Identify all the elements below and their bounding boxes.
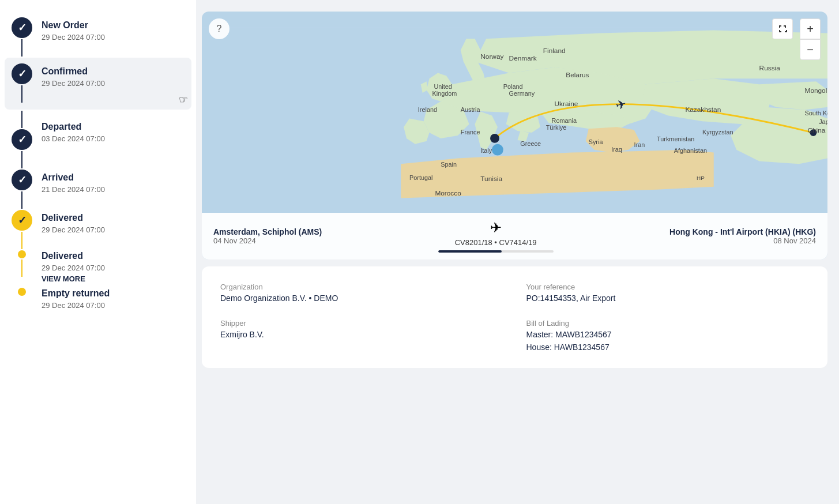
svg-text:South Korea: South Korea (805, 110, 827, 116)
delivered-sub-dot (18, 250, 26, 258)
confirmed-date: 29 Dec 2024 07:00 (42, 79, 185, 88)
svg-text:United: United (434, 83, 452, 90)
new-order-date: 29 Dec 2024 07:00 (42, 33, 185, 42)
svg-text:Kingdom: Kingdom (432, 90, 457, 97)
origin-date: 04 Nov 2024 (213, 236, 322, 245)
svg-text:Türkiye: Türkiye (546, 124, 567, 131)
svg-text:Norway: Norway (480, 52, 503, 61)
flight-center-icon: ✈ (490, 220, 502, 236)
departed-title: Departed (42, 121, 185, 133)
svg-text:Kazakhstan: Kazakhstan (685, 106, 721, 114)
svg-text:Iraq: Iraq (611, 146, 622, 153)
delivered-main-icon: ✓ (12, 210, 32, 231)
view-more-link[interactable]: VIEW MORE (42, 274, 185, 283)
help-icon: ? (217, 24, 222, 34)
svg-text:Syria: Syria (589, 138, 604, 145)
shipper-value: Exmijro B.V. (220, 330, 503, 339)
confirmed-icon: ✓ (12, 63, 32, 84)
svg-text:Turkmenistan: Turkmenistan (657, 136, 694, 142)
svg-text:Portugal: Portugal (409, 174, 432, 181)
origin-info: Amsterdam, Schiphol (AMS) 04 Nov 2024 (213, 227, 322, 245)
bill-of-lading-group: Bill of Lading Master: MAWB1234567 House… (526, 319, 810, 352)
shipper-label: Shipper (220, 319, 503, 328)
empty-returned-title: Empty returned (42, 288, 185, 300)
svg-point-3 (492, 144, 503, 156)
empty-returned-dot (18, 288, 26, 296)
bill-of-lading-house: House: HAWB1234567 (526, 343, 810, 352)
flight-progress-fill (438, 250, 502, 253)
your-reference-label: Your reference (526, 283, 810, 291)
map-zoom-controls: + − (800, 18, 821, 60)
svg-text:Japa: Japa (819, 118, 827, 125)
arrived-title: Arrived (42, 172, 185, 184)
svg-text:Russia: Russia (759, 64, 781, 72)
bill-of-lading-label: Bill of Lading (526, 319, 810, 328)
map-container: ✈ Norway Finland Belarus Russia Ukraine … (202, 12, 827, 259)
map-help-button[interactable]: ? (209, 18, 229, 39)
svg-text:Iran: Iran (634, 141, 645, 148)
svg-text:Ireland: Ireland (418, 106, 437, 113)
departed-icon: ✓ (12, 129, 32, 150)
zoom-in-button[interactable]: + (800, 18, 821, 39)
svg-text:Greece: Greece (520, 140, 541, 147)
svg-text:HP: HP (697, 175, 705, 181)
svg-text:Afghanistan: Afghanistan (674, 147, 707, 154)
expand-icon (778, 24, 787, 33)
your-reference-value: PO:14154353, Air Export (526, 294, 810, 303)
map-expand-button[interactable] (772, 18, 793, 39)
organization-group: Organization Demo Organization B.V. • DE… (220, 283, 503, 303)
delivered-sub-date: 29 Dec 2024 07:00 (42, 264, 185, 272)
zoom-out-button[interactable]: − (800, 39, 821, 60)
right-panel: ✈ Norway Finland Belarus Russia Ukraine … (196, 0, 839, 504)
confirmed-item[interactable]: ✓ Confirmed 29 Dec 2024 07:00 ☞ (5, 58, 191, 110)
arrived-icon: ✓ (12, 170, 32, 190)
svg-text:Ukraine: Ukraine (555, 100, 578, 108)
empty-returned-date: 29 Dec 2024 07:00 (42, 301, 185, 310)
departed-date: 03 Dec 2024 07:00 (42, 134, 185, 143)
destination-info: Hong Kong - Int'l Airport (HKIA) (HKG) 0… (669, 227, 816, 245)
origin-airport-name: Amsterdam, Schiphol (AMS) (213, 227, 322, 236)
dest-date: 08 Nov 2024 (669, 236, 816, 245)
svg-text:Finland: Finland (543, 47, 566, 55)
new-order-title: New Order (42, 20, 185, 32)
flight-progress-bar (438, 250, 554, 253)
confirmed-title: Confirmed (42, 66, 185, 78)
delivered-main-title: Delivered (42, 212, 185, 224)
timeline: ✓ New Order 29 Dec 2024 07:00 ✓ Confirme… (0, 12, 196, 315)
your-reference-group: Your reference PO:14154353, Air Export (526, 283, 810, 303)
new-order-icon: ✓ (12, 17, 32, 38)
svg-text:Italy: Italy (480, 147, 492, 154)
svg-text:Morocco: Morocco (435, 189, 461, 197)
organization-label: Organization (220, 283, 503, 291)
flight-codes: CV8201/18 • CV7414/19 (455, 238, 537, 247)
flight-info-center: ✈ CV8201/18 • CV7414/19 (322, 220, 669, 253)
bill-of-lading-master: Master: MAWB1234567 (526, 330, 810, 339)
svg-text:Kyrgyzstan: Kyrgyzstan (702, 129, 733, 136)
svg-text:Mongolia: Mongolia (805, 86, 827, 95)
svg-text:Denmark: Denmark (509, 54, 537, 62)
delivered-sub-title: Delivered (42, 250, 185, 262)
svg-text:Belarus: Belarus (566, 71, 589, 79)
shipper-group: Shipper Exmijro B.V. (220, 319, 503, 352)
svg-text:Spain: Spain (441, 161, 457, 168)
svg-point-2 (490, 134, 499, 143)
svg-text:Tunisia: Tunisia (480, 175, 502, 183)
svg-text:Romania: Romania (552, 117, 577, 124)
svg-text:Germany: Germany (509, 90, 535, 97)
dest-airport-name: Hong Kong - Int'l Airport (HKIA) (HKG) (669, 227, 816, 236)
delivered-main-date: 29 Dec 2024 07:00 (42, 225, 185, 234)
svg-text:France: France (461, 129, 480, 136)
details-section: Organization Demo Organization B.V. • DE… (202, 266, 827, 368)
organization-value: Demo Organization B.V. • DEMO (220, 294, 503, 303)
map-info-bar: Amsterdam, Schiphol (AMS) 04 Nov 2024 ✈ … (202, 213, 827, 259)
timeline-panel: ✓ New Order 29 Dec 2024 07:00 ✓ Confirme… (0, 0, 196, 504)
svg-text:China: China (807, 126, 825, 134)
svg-text:Austria: Austria (461, 106, 481, 113)
svg-text:Poland: Poland (503, 83, 523, 90)
arrived-date: 21 Dec 2024 07:00 (42, 185, 185, 194)
